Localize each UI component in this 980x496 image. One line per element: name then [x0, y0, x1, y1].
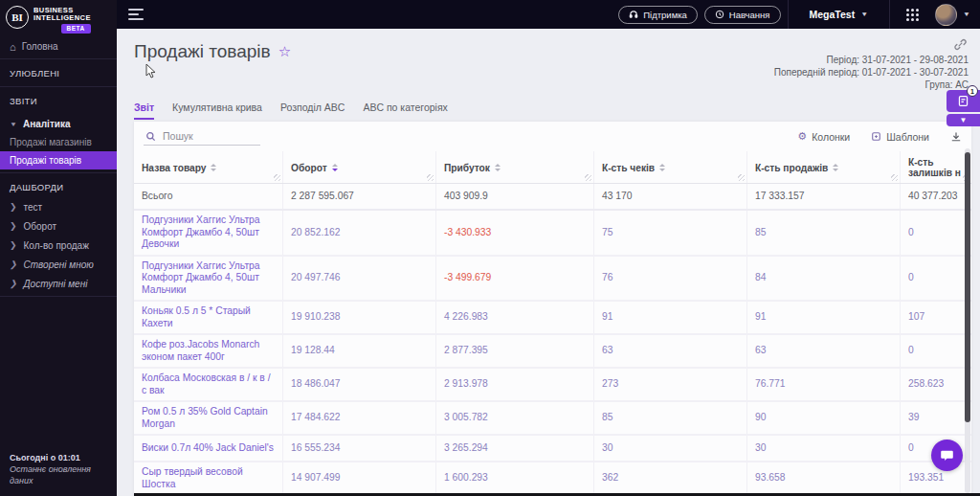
product-name-cell[interactable]: Кофе роз.Jacobs Monarch эконом пакет 400…	[134, 335, 282, 367]
chevron-right-icon: ❯	[10, 241, 17, 250]
user-menu[interactable]: ▼	[935, 4, 970, 26]
dashboards-header[interactable]: ДАШБОРДИ	[0, 176, 117, 197]
product-name-cell[interactable]: Виски 0.7л 40% Jack Daniel's	[134, 436, 282, 461]
chevron-down-icon: ▼	[10, 121, 17, 127]
favorite-star-icon[interactable]: ☆	[278, 43, 291, 60]
table-row[interactable]: Ром 0.5 л 35% Gold Captain Morgan17 484.…	[134, 402, 971, 436]
filter-icon	[957, 95, 969, 107]
table-row[interactable]: Виски 0.7л 40% Jack Daniel's16 555.2343 …	[134, 436, 971, 462]
value-cell: 85	[746, 211, 900, 255]
download-icon[interactable]	[950, 131, 962, 143]
dashboard-item-label: Створені мною	[24, 259, 94, 270]
templates-button[interactable]: Шаблони	[871, 131, 929, 143]
table-row[interactable]: Подгузники Хаггис Ультра Комфорт Джамбо …	[134, 257, 971, 303]
sort-icon[interactable]	[659, 164, 665, 171]
sidebar-item-report[interactable]: Продажі магазинів	[0, 133, 117, 151]
divider	[0, 296, 117, 297]
menu-toggle-icon[interactable]	[128, 9, 144, 20]
value-cell: 17 333.157	[746, 184, 900, 209]
app-logo: BI BUSINESS INTELLIGENCE BETA	[0, 0, 117, 37]
table-row[interactable]: Кофе роз.Jacobs Monarch эконом пакет 400…	[134, 335, 971, 369]
column-header[interactable]: К-сть продажів	[746, 151, 900, 183]
favorites-header[interactable]: УЛЮБЛЕНІ	[0, 62, 117, 83]
search-box[interactable]	[144, 127, 260, 146]
dashboard-item-label: Доступні мені	[24, 279, 88, 289]
share-link-icon[interactable]	[954, 38, 967, 51]
value-cell: 0	[900, 211, 971, 255]
filters-button[interactable]: 1	[947, 90, 980, 112]
divider	[0, 172, 117, 173]
sidebar-item-home[interactable]: ⌂ Головна	[0, 37, 117, 56]
value-cell: 39	[900, 402, 971, 434]
table-toolbar: ⚙ Колонки Шаблони	[134, 122, 971, 151]
value-cell: 20 852.162	[282, 211, 435, 255]
table-row[interactable]: Всього2 287 595.067403 909.943 17017 333…	[134, 184, 971, 211]
column-header[interactable]: К-сть залишків н	[900, 151, 971, 183]
scrollbar-thumb[interactable]	[965, 152, 970, 422]
dashboard-item-label: Оборот	[24, 221, 57, 232]
sort-icon[interactable]	[495, 164, 501, 171]
tab-report[interactable]: Звіт	[134, 101, 154, 120]
value-cell: 18 486.047	[282, 369, 435, 400]
product-name-cell[interactable]: Колбаса Московская в / к в / с вак	[134, 369, 282, 400]
avatar[interactable]	[935, 4, 957, 26]
value-cell: 107	[900, 302, 971, 333]
home-icon: ⌂	[10, 42, 16, 52]
reports-header[interactable]: ЗВІТИ	[0, 90, 117, 111]
column-header-label: Назва товару	[142, 163, 206, 173]
value-cell: 16 555.234	[282, 436, 435, 461]
table-row[interactable]: Колбаса Московская в / к в / с вак18 486…	[134, 369, 971, 402]
topbar-divider	[889, 0, 890, 29]
table-row[interactable]: Коньяк 0.5 л 5 * Старый Кахети19 910.238…	[134, 302, 971, 335]
training-button[interactable]: Навчання	[704, 6, 781, 24]
sort-icon[interactable]	[833, 164, 838, 171]
value-cell: 63	[746, 335, 900, 367]
value-cell: 4 226.983	[435, 302, 593, 333]
search-input[interactable]	[161, 129, 256, 143]
columns-button[interactable]: ⚙ Колонки	[797, 131, 850, 143]
dashboard-item-label: Кол-во продаж	[24, 240, 89, 251]
support-label: Підтримка	[643, 10, 687, 20]
column-header[interactable]: Оборот	[282, 151, 435, 183]
column-header[interactable]: К-сть чеків	[593, 151, 746, 183]
value-cell: 2 877.395	[435, 335, 593, 367]
value-cell: 3 265.294	[435, 436, 593, 461]
chevron-right-icon: ❯	[10, 280, 17, 288]
last-update: Сьогодні о 01:01 Останнє оновлення даних	[0, 446, 117, 496]
table-row[interactable]: Подгузники Хаггис Ультра Комфорт Джамбо …	[134, 211, 971, 257]
period: Період: 31-07-2021 - 29-08-2021	[774, 54, 969, 66]
workspace-dropdown[interactable]: MegaTest ▼	[789, 9, 890, 20]
sidebar-item-dashboard[interactable]: ❯тест	[0, 197, 117, 216]
support-button[interactable]: Підтримка	[618, 6, 698, 24]
tab-cumulative[interactable]: Кумулятивна крива	[172, 101, 262, 120]
sort-icon[interactable]	[332, 164, 338, 171]
report-items: Продажі магазинівПродажі товарів	[0, 133, 117, 169]
sidebar-item-report[interactable]: Продажі товарів	[0, 151, 117, 169]
product-name-cell[interactable]: Подгузники Хаггис Ультра Комфорт Джамбо …	[134, 211, 282, 255]
tab-abc-categories[interactable]: ABC по категоріях	[363, 101, 447, 120]
chat-button[interactable]	[931, 440, 963, 471]
sidebar-item-dashboard[interactable]: ❯Оборот	[0, 216, 117, 236]
sidebar: BI BUSINESS INTELLIGENCE BETA ⌂ Головна …	[0, 0, 117, 496]
value-cell: 63	[593, 335, 746, 367]
sort-icon[interactable]	[211, 164, 216, 171]
chevron-right-icon: ❯	[10, 222, 17, 231]
apps-grid-icon[interactable]	[906, 9, 919, 21]
tab-abc[interactable]: Розподіл ABC	[280, 101, 345, 120]
product-name-cell[interactable]: Сыр твердый весовой Шостка	[134, 462, 282, 494]
table-row[interactable]: Сыр твердый весовой Шостка14 907.4991 60…	[134, 462, 971, 496]
sidebar-item-dashboard[interactable]: ❯Кол-во продаж	[0, 236, 117, 255]
expand-panel-button[interactable]: ▼	[947, 114, 980, 126]
value-cell: 85	[593, 402, 746, 434]
value-cell: 91	[593, 302, 746, 333]
column-header[interactable]: Назва товару	[134, 151, 282, 183]
sidebar-item-dashboard[interactable]: ❯Доступні мені	[0, 274, 117, 293]
sidebar-item-analytics[interactable]: ▼ Аналітика	[0, 111, 117, 133]
filter-count-badge: 1	[967, 85, 978, 97]
product-name-cell[interactable]: Коньяк 0.5 л 5 * Старый Кахети	[134, 302, 282, 333]
product-name-cell[interactable]: Подгузники Хаггис Ультра Комфорт Джамбо …	[134, 257, 282, 301]
column-header[interactable]: Прибуток	[435, 151, 593, 183]
sidebar-item-dashboard[interactable]: ❯Створені мною	[0, 255, 117, 274]
vertical-scrollbar[interactable]	[965, 148, 970, 493]
product-name-cell[interactable]: Ром 0.5 л 35% Gold Captain Morgan	[134, 402, 282, 434]
